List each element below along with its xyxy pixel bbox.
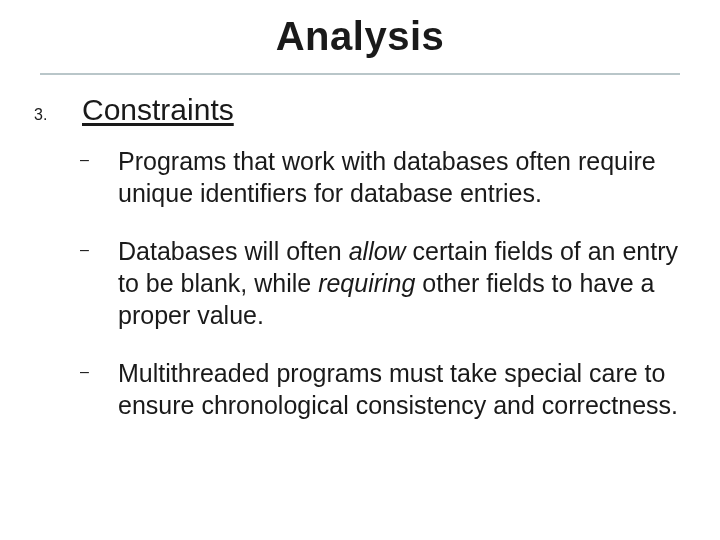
bullet-text: Multithreaded programs must take special… bbox=[118, 357, 692, 421]
dash-icon: – bbox=[80, 235, 92, 265]
list-item: – Multithreaded programs must take speci… bbox=[80, 357, 692, 421]
slide: Analysis 3. Constraints – Programs that … bbox=[0, 0, 720, 540]
italic-text: requiring bbox=[318, 269, 415, 297]
bullet-text: Databases will often allow certain field… bbox=[118, 235, 692, 331]
content-area: 3. Constraints – Programs that work with… bbox=[0, 75, 720, 421]
section-heading: Constraints bbox=[82, 93, 234, 127]
italic-text: allow bbox=[349, 237, 406, 265]
bullet-text: Programs that work with databases often … bbox=[118, 145, 692, 209]
bullet-list: – Programs that work with databases ofte… bbox=[28, 145, 692, 421]
dash-icon: – bbox=[80, 145, 92, 175]
list-item: – Programs that work with databases ofte… bbox=[80, 145, 692, 209]
slide-title: Analysis bbox=[0, 0, 720, 67]
dash-icon: – bbox=[80, 357, 92, 387]
list-item: – Databases will often allow certain fie… bbox=[80, 235, 692, 331]
section-heading-row: 3. Constraints bbox=[34, 93, 692, 127]
section-number: 3. bbox=[34, 106, 54, 124]
